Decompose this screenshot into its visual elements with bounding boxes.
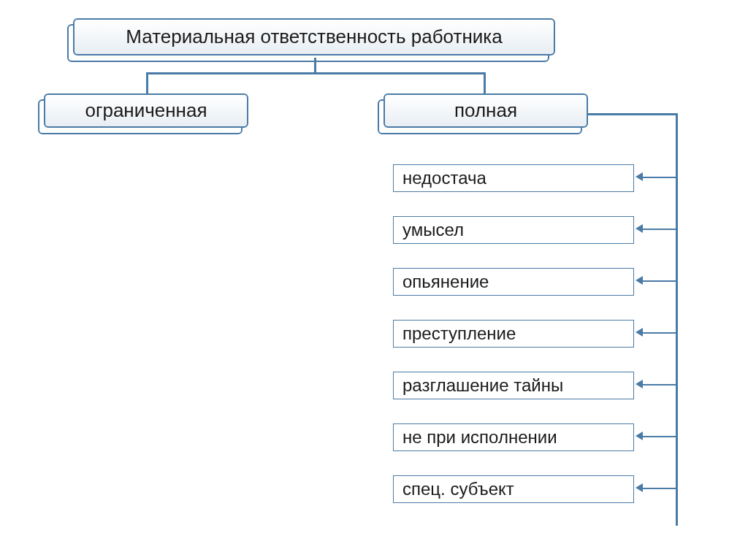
item-connector-2	[641, 280, 676, 282]
item-arrow-6	[636, 483, 643, 492]
item-arrow-4	[636, 380, 643, 388]
item-box-0: недостача	[393, 164, 634, 192]
item-connector-1	[641, 229, 676, 230]
root-label: Материальная ответственность работника	[73, 18, 555, 55]
root-node: Материальная ответственность работника	[73, 18, 555, 55]
item-connector-6	[641, 488, 676, 489]
connector-full-vertical	[676, 113, 678, 526]
item-arrow-2	[636, 276, 643, 285]
branch-limited-label: ограниченная	[44, 93, 248, 128]
connector-right-down	[484, 72, 486, 94]
item-box-5: не при исполнении	[393, 423, 634, 451]
item-arrow-5	[636, 431, 643, 440]
branch-full-label: полная	[383, 93, 588, 128]
item-arrow-3	[636, 328, 643, 337]
item-box-2: опьянение	[393, 268, 634, 296]
item-connector-0	[641, 177, 676, 178]
item-box-4: разглашение тайны	[393, 372, 634, 399]
item-connector-3	[641, 332, 676, 334]
item-box-6: спец. субъект	[393, 475, 634, 503]
spacer	[676, 488, 678, 526]
branch-limited: ограниченная	[44, 93, 248, 128]
item-connector-5	[641, 436, 676, 437]
connector-horizontal	[146, 72, 486, 74]
item-arrow-0	[636, 172, 643, 181]
branch-full: полная	[383, 93, 588, 128]
connector-root-down	[314, 58, 316, 72]
item-connector-4	[641, 384, 676, 386]
item-box-1: умысел	[393, 216, 634, 244]
connector-full-to-bus	[588, 113, 676, 115]
connector-left-down	[146, 72, 148, 94]
item-arrow-1	[636, 224, 643, 233]
item-box-3: преступление	[393, 320, 634, 348]
